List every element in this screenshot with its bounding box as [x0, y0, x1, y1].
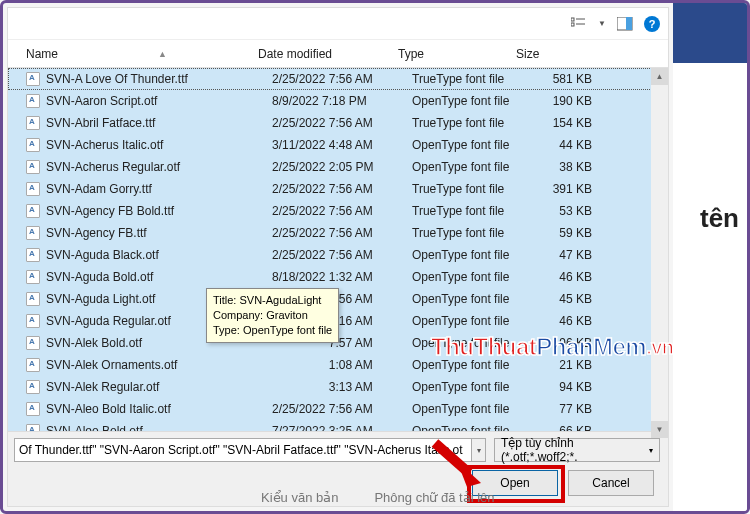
background-text: tên [700, 203, 739, 234]
table-row[interactable]: SVN-Aleo Bold.otf7/27/2022 3:25 AMOpenTy… [8, 420, 668, 431]
table-row[interactable]: SVN-Aleo Bold Italic.otf2/25/2022 7:56 A… [8, 398, 668, 420]
file-name: SVN-Alek Regular.otf [46, 380, 272, 394]
file-date: 8/18/2022 1:32 AM [272, 270, 412, 284]
tooltip-type: Type: OpenType font file [213, 323, 332, 338]
file-list[interactable]: SVN-A Love Of Thunder.ttf2/25/2022 7:56 … [8, 68, 668, 431]
file-date: 2/25/2022 3:13 AM [272, 380, 412, 394]
font-file-icon [26, 160, 40, 174]
table-row[interactable]: SVN-Adam Gorry.ttf2/25/2022 7:56 AMTrueT… [8, 178, 668, 200]
col-date-header[interactable]: Date modified [258, 47, 398, 61]
file-type: OpenType font file [412, 424, 530, 431]
file-open-dialog: ▼ ? Name▲ Date modified Type Size SVN-A … [7, 7, 669, 507]
file-date: 2/25/2022 7:56 AM [272, 204, 412, 218]
file-name: SVN-Abril Fatface.ttf [46, 116, 272, 130]
dropdown-caret-icon[interactable]: ▼ [598, 19, 606, 28]
view-toolbar: ▼ ? [8, 8, 668, 40]
background-tabs: Kiểu văn bản Phông chữ đã tải lên [261, 490, 495, 505]
table-row[interactable]: SVN-A Love Of Thunder.ttf2/25/2022 7:56 … [8, 68, 668, 90]
file-type: OpenType font file [412, 248, 530, 262]
font-file-icon [26, 380, 40, 394]
file-name: SVN-Agency FB.ttf [46, 226, 272, 240]
watermark: ThuThuat PhanMem .vn [431, 333, 674, 361]
bg-tab-text-style: Kiểu văn bản [261, 490, 338, 505]
file-size: 46 KB [530, 270, 604, 284]
background-panel: tên [673, 3, 749, 511]
font-file-icon [26, 336, 40, 350]
font-file-icon [26, 292, 40, 306]
file-name: SVN-Acherus Regular.otf [46, 160, 272, 174]
file-date: 2/25/2022 1:08 AM [272, 358, 412, 372]
file-date: 2/25/2022 7:56 AM [272, 226, 412, 240]
svg-rect-5 [626, 17, 632, 30]
help-icon[interactable]: ? [644, 16, 660, 32]
file-name: SVN-Acherus Italic.otf [46, 138, 272, 152]
table-row[interactable]: SVN-Abril Fatface.ttf2/25/2022 7:56 AMTr… [8, 112, 668, 134]
col-size-header[interactable]: Size [516, 47, 596, 61]
file-size: 44 KB [530, 138, 604, 152]
file-type: OpenType font file [412, 138, 530, 152]
font-file-icon [26, 402, 40, 416]
file-name: SVN-Aleo Bold.otf [46, 424, 272, 431]
column-headers[interactable]: Name▲ Date modified Type Size [8, 40, 668, 68]
font-file-icon [26, 270, 40, 284]
font-file-icon [26, 72, 40, 86]
font-file-icon [26, 248, 40, 262]
table-row[interactable]: SVN-Aguda Bold.otf8/18/2022 1:32 AMOpenT… [8, 266, 668, 288]
vertical-scrollbar[interactable]: ▲ ▼ [651, 68, 668, 438]
col-name-header[interactable]: Name [26, 47, 58, 61]
chevron-down-icon: ▾ [649, 446, 653, 455]
cancel-button[interactable]: Cancel [568, 470, 654, 496]
file-type: TrueType font file [412, 116, 530, 130]
file-type: TrueType font file [412, 226, 530, 240]
preview-pane-icon[interactable] [614, 13, 636, 35]
file-type: OpenType font file [412, 402, 530, 416]
font-file-icon [26, 94, 40, 108]
tooltip-company: Company: Graviton [213, 308, 332, 323]
filename-value: Of Thunder.ttf" "SVN-Aaron Script.otf" "… [19, 443, 463, 457]
view-layout-icon[interactable] [568, 13, 590, 35]
filename-dropdown-icon[interactable]: ▾ [472, 438, 486, 462]
file-name: SVN-Aleo Bold Italic.otf [46, 402, 272, 416]
table-row[interactable]: SVN-Agency FB.ttf2/25/2022 7:56 AMTrueTy… [8, 222, 668, 244]
file-name: SVN-Adam Gorry.ttf [46, 182, 272, 196]
font-file-icon [26, 138, 40, 152]
file-type: TrueType font file [412, 72, 530, 86]
filetype-filter[interactable]: Tệp tùy chỉnh (*.otf;*.woff2;*. ▾ [494, 438, 660, 462]
file-type: OpenType font file [412, 94, 530, 108]
file-name: SVN-A Love Of Thunder.ttf [46, 72, 272, 86]
col-type-header[interactable]: Type [398, 47, 516, 61]
file-date: 2/25/2022 7:56 AM [272, 248, 412, 262]
file-tooltip: Title: SVN-AgudaLight Company: Graviton … [206, 288, 339, 343]
file-name: SVN-Aguda Black.otf [46, 248, 272, 262]
file-size: 38 KB [530, 160, 604, 174]
table-row[interactable]: SVN-Acherus Italic.otf3/11/2022 4:48 AMO… [8, 134, 668, 156]
svg-rect-1 [571, 23, 574, 26]
filter-label: Tệp tùy chỉnh (*.otf;*.woff2;*. [501, 436, 649, 464]
table-row[interactable]: SVN-Agency FB Bold.ttf2/25/2022 7:56 AMT… [8, 200, 668, 222]
watermark-part-1: ThuThuat [431, 333, 536, 361]
font-file-icon [26, 358, 40, 372]
file-date: 2/25/2022 7:56 AM [272, 182, 412, 196]
table-row[interactable]: SVN-Aaron Script.otf8/9/2022 7:18 PMOpen… [8, 90, 668, 112]
scroll-down-icon[interactable]: ▼ [651, 421, 668, 438]
table-row[interactable]: SVN-Alek Regular.otf2/25/2022 3:13 AMOpe… [8, 376, 668, 398]
file-size: 47 KB [530, 248, 604, 262]
file-type: TrueType font file [412, 182, 530, 196]
file-type: OpenType font file [412, 292, 530, 306]
table-row[interactable]: SVN-Aguda Black.otf2/25/2022 7:56 AMOpen… [8, 244, 668, 266]
font-file-icon [26, 424, 40, 431]
file-size: 190 KB [530, 94, 604, 108]
file-name: SVN-Agency FB Bold.ttf [46, 204, 272, 218]
font-file-icon [26, 204, 40, 218]
scroll-up-icon[interactable]: ▲ [651, 68, 668, 85]
file-date: 2/25/2022 7:56 AM [272, 402, 412, 416]
table-row[interactable]: SVN-Acherus Regular.otf2/25/2022 2:05 PM… [8, 156, 668, 178]
file-date: 2/25/2022 7:56 AM [272, 72, 412, 86]
file-size: 45 KB [530, 292, 604, 306]
tooltip-title: Title: SVN-AgudaLight [213, 293, 332, 308]
watermark-part-3: .vn [646, 336, 673, 361]
filename-input[interactable]: Of Thunder.ttf" "SVN-Aaron Script.otf" "… [14, 438, 472, 462]
svg-rect-0 [571, 18, 574, 21]
file-name: SVN-Aguda Bold.otf [46, 270, 272, 284]
font-file-icon [26, 314, 40, 328]
